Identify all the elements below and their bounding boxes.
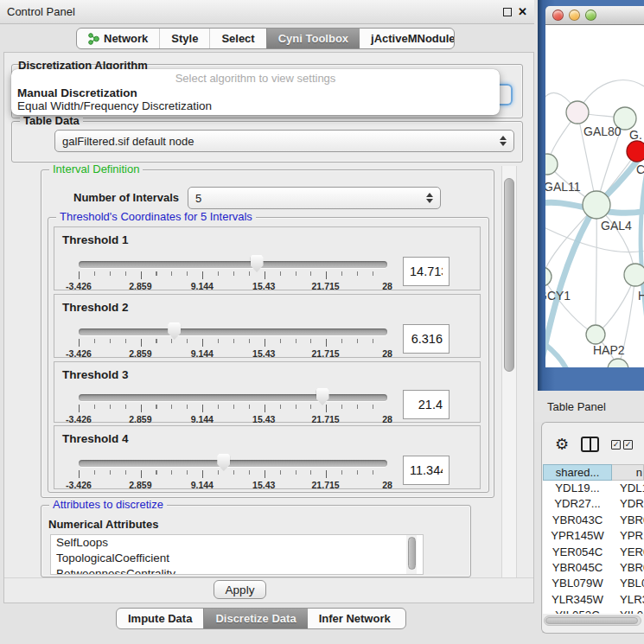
tab-jactivemnodules[interactable]: jActiveMNodules [360, 29, 455, 48]
node-gcy1[interactable] [545, 267, 552, 286]
list-item[interactable]: SelfLoops [51, 535, 423, 551]
settings-scrollbar[interactable] [501, 166, 517, 577]
minimize-traffic-light-icon[interactable] [569, 10, 580, 21]
slider-track[interactable] [79, 394, 387, 401]
node-gal80[interactable] [566, 101, 589, 124]
cell-name[interactable]: YBL0 [612, 576, 644, 591]
table-row[interactable]: YER054CYER0 [543, 545, 644, 560]
slider-thumb[interactable] [217, 454, 230, 471]
attributes-scrollbar-thumb[interactable] [408, 537, 416, 570]
threshold-4-value-field[interactable] [403, 456, 450, 485]
float-window-icon[interactable] [503, 8, 512, 16]
cell-name[interactable]: YLR3 [612, 592, 644, 608]
table-data-combo-value: galFiltered.sif default node [62, 135, 494, 148]
apply-button[interactable]: Apply [214, 580, 266, 599]
axis-tick-label: 21.715 [312, 414, 340, 424]
slider-track[interactable] [79, 460, 387, 467]
node-table: shared... n YDL19...YDL1 YDR27...YDR2 YB… [543, 464, 644, 614]
cell-shared-name[interactable]: YPR145W [543, 528, 612, 544]
column-header-shared-name[interactable]: shared... [543, 464, 612, 481]
table-data-combo[interactable]: galFiltered.sif default node [54, 130, 514, 152]
cell-name[interactable]: YDL1 [612, 481, 644, 496]
cell-name[interactable]: YER0 [612, 545, 644, 560]
node-red-selected[interactable] [627, 141, 644, 162]
node-h[interactable] [624, 264, 644, 286]
stepper-icon [500, 136, 507, 146]
slider-major-ticks [79, 470, 388, 478]
cell-shared-name[interactable]: YBR043C [543, 513, 612, 528]
tab-network[interactable]: Network [77, 29, 159, 48]
threshold-2-slider[interactable]: -3.426 2.859 9.144 15.43 21.715 28 [79, 324, 387, 359]
cell-name[interactable]: YBR0 [612, 560, 644, 576]
tab-infer-network[interactable]: Infer Network [308, 609, 402, 628]
attributes-scrollbar[interactable] [406, 535, 417, 574]
list-item[interactable]: BetweennessCentrality [51, 566, 423, 575]
list-item[interactable]: TopologicalCoefficient [51, 551, 423, 566]
table-horizontal-scrollbar[interactable] [544, 615, 641, 626]
checkbox-checked-icon[interactable]: ✓ [623, 440, 633, 450]
node-partial[interactable] [608, 359, 628, 367]
tab-style[interactable]: Style [159, 29, 209, 48]
checkbox-checked-icon[interactable]: ✓ [611, 440, 621, 450]
tab-impute-data[interactable]: Impute Data [117, 609, 203, 628]
tab-network-label: Network [104, 32, 148, 45]
node-label: GAL11 [545, 180, 581, 194]
slider-thumb[interactable] [168, 322, 181, 340]
threshold-4-slider[interactable]: -3.426 2.859 9.144 15.43 21.715 28 [79, 456, 387, 490]
table-row[interactable]: YPR145WYPR1 [543, 528, 644, 544]
interval-definition-label: Interval Definition [49, 163, 143, 175]
table-row[interactable]: YBL079WYBL0 [543, 576, 644, 591]
table-row[interactable]: YDL19...YDL1 [543, 481, 644, 496]
tab-cyni-toolbox[interactable]: Cyni Toolbox [266, 29, 360, 48]
slider-axis-labels: -3.426 2.859 9.144 15.43 21.715 28 [79, 480, 387, 490]
cell-name[interactable]: YDR2 [612, 496, 644, 512]
slider-track[interactable] [79, 261, 387, 268]
table-row[interactable]: YBR045CYBR0 [543, 560, 644, 576]
number-of-intervals-combo[interactable]: 5 [188, 187, 441, 209]
algorithm-placeholder-option[interactable]: Select algorithm to view settings [11, 72, 500, 86]
network-view-canvas[interactable]: GAL80 G. C GAL11 GAL4 GCY1 H HAP2 [545, 25, 644, 367]
threshold-1-value-field[interactable] [403, 257, 450, 286]
table-row[interactable]: YDR27...YDR2 [543, 496, 644, 512]
slider-thumb[interactable] [316, 388, 329, 405]
table-row[interactable]: YBR043CYBR0 [543, 513, 644, 528]
tab-discretize-data[interactable]: Discretize Data [203, 609, 307, 628]
table-horizontal-scrollbar-thumb[interactable] [545, 617, 638, 624]
slider-track[interactable] [79, 328, 387, 335]
table-row[interactable]: YLR345WYLR3 [543, 592, 644, 608]
tab-infer-network-label: Infer Network [319, 612, 391, 625]
algorithm-combo-focus-ring[interactable] [499, 84, 513, 105]
gear-icon[interactable]: ⚙ [555, 437, 569, 452]
settings-scrollbar-thumb[interactable] [504, 178, 514, 372]
cell-shared-name[interactable]: YBL079W [543, 576, 612, 591]
cell-shared-name[interactable]: YIL052C [543, 608, 612, 614]
cell-shared-name[interactable]: YDR27... [543, 496, 612, 512]
cell-shared-name[interactable]: YDL19... [543, 481, 612, 496]
cell-shared-name[interactable]: YBR045C [543, 560, 612, 576]
threshold-1-slider[interactable]: -3.426 2.859 9.144 15.43 21.715 28 [79, 257, 387, 291]
slider-thumb[interactable] [251, 255, 264, 272]
table-row-partial[interactable]: YIL052CYIL0 [543, 608, 644, 614]
algorithm-option-equal-width[interactable]: Equal Width/Frequency Discretization [11, 99, 500, 112]
cell-name[interactable]: YPR1 [612, 528, 644, 544]
algorithm-option-manual[interactable]: Manual Discretization [11, 86, 500, 99]
cell-shared-name[interactable]: YER054C [543, 545, 612, 560]
threshold-3-slider[interactable]: -3.426 2.859 9.144 15.43 21.715 28 [79, 390, 387, 424]
close-traffic-light-icon[interactable] [552, 10, 564, 21]
threshold-2-value-field[interactable] [403, 324, 450, 354]
zoom-traffic-light-icon[interactable] [585, 10, 596, 21]
threshold-3-value-field[interactable] [403, 390, 450, 419]
cell-name[interactable]: YBR0 [612, 513, 644, 528]
cell-shared-name[interactable]: YLR345W [543, 592, 612, 608]
tab-select[interactable]: Select [209, 29, 265, 48]
node-label: GAL80 [583, 124, 622, 138]
axis-tick-label: 21.715 [312, 281, 340, 291]
node-hap2[interactable] [586, 325, 605, 344]
node-gal11[interactable] [545, 154, 558, 175]
cell-name[interactable]: YIL0 [612, 608, 644, 614]
table-panel-titlebar: Table Panel [534, 391, 644, 422]
columns-icon[interactable] [581, 437, 599, 452]
close-icon[interactable]: ✕ [518, 8, 527, 16]
node-gal4[interactable] [583, 191, 610, 219]
column-header-name[interactable]: n [612, 464, 644, 481]
